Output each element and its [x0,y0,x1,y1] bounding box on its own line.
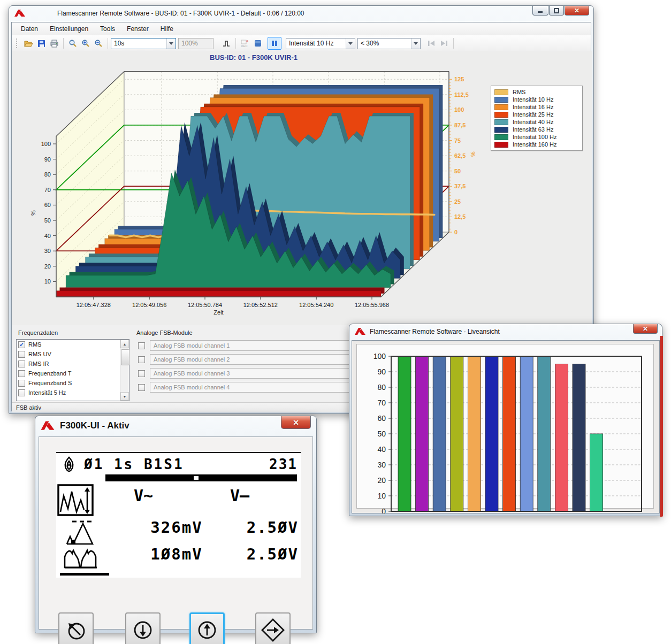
checkbox-unchecked[interactable] [18,389,25,396]
scroll-down-button[interactable]: ▼ [120,392,129,401]
svg-text:62,5: 62,5 [454,152,466,159]
svg-text:80: 80 [44,171,51,178]
toolbar-grip[interactable] [16,39,20,48]
main-window-title: Flamescanner Remote Software - BUS-ID: 0… [57,10,304,17]
zoom-level-field[interactable]: 100% [178,38,214,49]
frequenzdaten-listbox[interactable]: ✓RMSRMS UVRMS IRFrequenzband TFrequenzba… [16,339,129,401]
close-button[interactable]: ✕ [565,6,589,16]
frequenz-list-item[interactable]: RMS UV [17,349,129,359]
down-button[interactable] [125,612,161,644]
fsb-module-label: Analoge FSB-Module [136,329,193,336]
svg-text:12:05:54.240: 12:05:54.240 [299,302,333,308]
menu-item-fenster[interactable]: Fenster [121,24,155,34]
zoom-button[interactable] [66,37,79,49]
record-icon: REC [240,39,250,48]
open-file-button[interactable] [22,37,35,49]
lcd-progress-marker [194,476,199,480]
svg-text:12:05:47.328: 12:05:47.328 [77,302,111,308]
close-button[interactable]: ✕ [281,416,311,429]
listbox-scrollbar[interactable]: ▲▼ [120,340,129,401]
checkbox-unchecked[interactable] [138,384,145,391]
svg-text:90: 90 [44,156,51,163]
lambda-logo-icon [13,9,26,18]
fsb-channel-row: Analog FSB modul channel 1 [138,340,354,351]
up-button[interactable] [189,612,225,644]
menu-item-daten[interactable]: Daten [15,24,44,34]
live-titlebar[interactable]: Flamescanner Remote Software - Liveansic… [349,324,662,339]
svg-text:30: 30 [377,461,386,469]
down-arrow-icon [131,618,155,642]
svg-text:%: % [30,210,36,216]
svg-text:87,5: 87,5 [454,122,466,128]
average-signal-icon [64,545,98,571]
chevron-down-icon[interactable] [166,39,176,49]
waveform-select-icon [57,484,94,519]
svg-text:37,5: 37,5 [454,183,466,189]
checkbox-unchecked[interactable] [138,342,145,349]
skip-end-button[interactable] [438,37,451,49]
svg-text:25: 25 [454,198,461,205]
pause-button[interactable] [268,37,281,50]
threshold-select[interactable]: < 30% [357,38,421,49]
frequenz-list-item[interactable]: RMS IR [17,359,129,369]
return-button[interactable] [58,612,94,644]
zoom-in-button[interactable] [79,37,92,49]
legend-label: Intensität 25 Hz [513,111,553,118]
maximize-button[interactable] [549,6,564,16]
svg-text:20: 20 [44,263,51,270]
svg-text:Zeit: Zeit [214,309,223,316]
legend-entry: Intensität 25 Hz [494,111,579,118]
svg-text:50: 50 [377,430,386,438]
frequenz-list-item[interactable]: Intensität 5 Hz [17,388,129,397]
stop-button[interactable] [251,37,264,49]
scroll-thumb[interactable] [121,349,129,365]
checkbox-unchecked[interactable] [18,351,25,358]
checkbox-unchecked[interactable] [138,370,145,377]
menu-item-tools[interactable]: Tools [94,24,121,34]
f300k-titlebar[interactable]: F300K-UI - Aktiv ✕ [35,416,316,435]
toolbar: 10s 100% REC Intensität 10 Hz [12,35,591,52]
frequenz-item-label: RMS IR [28,361,49,367]
frequenz-list-item[interactable]: ✓RMS [17,340,129,349]
svg-text:125: 125 [454,76,464,82]
frequenz-list-item[interactable]: Frequenzband S [17,378,129,388]
menu-item-einstellungen[interactable]: Einstellungen [44,24,94,34]
save-button[interactable] [35,37,48,49]
svg-text:112,5: 112,5 [454,91,469,98]
checkbox-unchecked[interactable] [18,361,25,367]
trigger-button[interactable] [220,37,233,49]
fsb-channel-field[interactable]: Analog FSB modul channel 3 [150,368,354,379]
menubar: DatenEinstellungenToolsFensterHilfe [12,22,591,36]
svg-text:0: 0 [382,507,386,513]
svg-text:90: 90 [377,367,386,376]
scroll-up-button[interactable]: ▲ [120,340,129,348]
svg-text:80: 80 [377,383,386,392]
checkbox-unchecked[interactable] [18,380,25,387]
fsb-channel-field[interactable]: Analog FSB modul channel 2 [150,354,354,365]
interval-select[interactable]: 10s [111,38,176,49]
checkbox-unchecked[interactable] [18,370,25,377]
fsb-channel-field[interactable]: Analog FSB modul channel 1 [150,340,354,351]
chevron-down-icon[interactable] [411,39,420,49]
close-button[interactable]: ✕ [633,324,658,334]
fsb-channel-row: Analog FSB modul channel 4 [138,382,354,393]
skip-start-button[interactable] [425,37,438,49]
enter-button[interactable] [255,612,291,644]
checkbox-checked[interactable]: ✓ [18,341,25,348]
desktop: Flamescanner Remote Software - BUS-ID: 0… [0,0,671,644]
record-button[interactable]: REC [239,37,251,49]
chevron-down-icon[interactable] [346,39,355,49]
checkbox-unchecked[interactable] [138,356,145,363]
print-button[interactable] [48,37,60,49]
fsb-channel-field[interactable]: Analog FSB modul channel 4 [150,382,354,393]
legend-label: Intensität 100 Hz [513,134,557,140]
return-arrow-icon [64,618,88,642]
lcd-display: Ø1 1s B1S1 231 V~ V– 326mV 2.5ØV [56,452,301,578]
minimize-button[interactable] [532,6,548,16]
menu-item-hilfe[interactable]: Hilfe [155,24,179,34]
frequenz-list-item[interactable]: Frequenzband T [17,369,129,378]
main-titlebar[interactable]: Flamescanner Remote Software - BUS-ID: 0… [9,6,593,21]
zoom-out-button[interactable] [92,37,105,49]
fsb-channel-row: Analog FSB modul channel 3 [138,368,354,379]
signal-select[interactable]: Intensität 10 Hz [286,38,355,49]
